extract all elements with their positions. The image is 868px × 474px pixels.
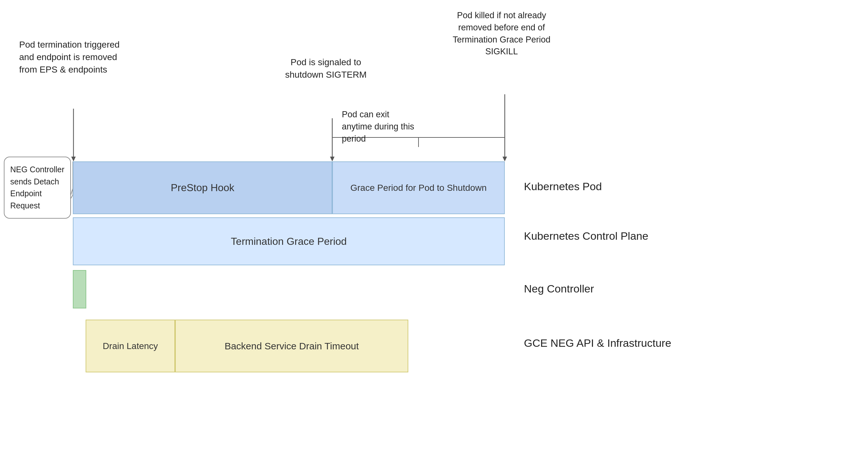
label-pod-termination: Pod termination triggered and endpoint i… [19, 38, 128, 76]
label-pod-signaled: Pod is signaled to shutdown SIGTERM [278, 56, 374, 81]
bar-termination-grace: Termination Grace Period [73, 217, 505, 265]
row-label-neg-controller: Neg Controller [524, 281, 849, 297]
row-label-gce-neg: GCE NEG API & Infrastructure [524, 335, 849, 351]
label-pod-can-exit: Pod can exit anytime during this period [342, 109, 418, 145]
bar-neg-controller [73, 270, 86, 308]
bar-drain-latency: Drain Latency [86, 320, 175, 373]
svg-marker-5 [502, 157, 507, 161]
bar-grace-period-pod: Grace Period for Pod to Shutdown [332, 161, 505, 214]
neg-bubble: NEG Controller sends Detach Endpoint Req… [4, 157, 71, 218]
svg-marker-1 [71, 157, 76, 161]
label-pod-killed: Pod killed if not already removed before… [441, 9, 562, 58]
bar-backend-drain: Backend Service Drain Timeout [175, 320, 408, 373]
svg-marker-3 [330, 157, 335, 161]
bar-prestop-hook: PreStop Hook [73, 161, 332, 214]
row-label-k8s-control: Kubernetes Control Plane [524, 229, 849, 244]
row-label-k8s-pod: Kubernetes Pod [524, 179, 849, 194]
diagram-container: Pod termination triggered and endpoint i… [0, 0, 868, 474]
